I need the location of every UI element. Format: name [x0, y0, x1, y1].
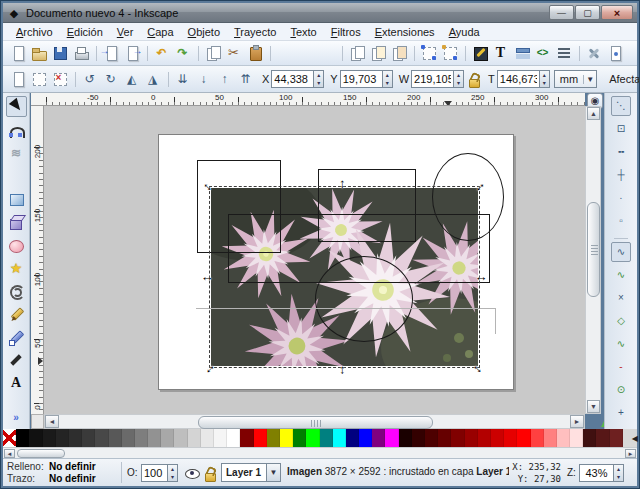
snap-cusp-nodes[interactable]: ◇	[611, 311, 631, 331]
snap-path-intersections[interactable]: ×	[611, 288, 631, 308]
swatch-f5f5f5[interactable]	[214, 429, 227, 447]
opacity-input[interactable]	[141, 464, 167, 482]
swatch-ff00ff[interactable]	[385, 429, 398, 447]
snap-rotation-center[interactable]: +	[611, 403, 631, 423]
box3d-tool[interactable]	[6, 211, 27, 232]
export[interactable]	[121, 43, 142, 64]
swatch-ff8080[interactable]	[544, 429, 557, 447]
swatch-585858[interactable]	[109, 429, 122, 447]
duplicate[interactable]	[346, 43, 367, 64]
swatch-b30000[interactable]	[478, 429, 491, 447]
width-spinner[interactable]: ▴▾	[453, 70, 464, 88]
text-tool[interactable]: A	[6, 372, 27, 393]
y-input[interactable]	[340, 70, 382, 88]
cut[interactable]: ✂	[223, 43, 244, 64]
swatch-e60000[interactable]	[504, 429, 517, 447]
swatch-008080[interactable]	[320, 429, 333, 447]
swatch-1a0000[interactable]	[399, 429, 412, 447]
swatch-990000[interactable]	[465, 429, 478, 447]
height-spinner[interactable]: ▴▾	[539, 70, 550, 88]
selector-tool[interactable]	[6, 96, 27, 117]
y-spinner[interactable]: ▴▾	[382, 70, 393, 88]
snap-line-midpoints[interactable]: -	[611, 357, 631, 377]
swatch-660000[interactable]	[438, 429, 451, 447]
selection-handle-ne[interactable]	[472, 179, 486, 193]
swatch-484848[interactable]	[95, 429, 108, 447]
new-document[interactable]	[7, 43, 28, 64]
swatch-cc0000[interactable]	[491, 429, 504, 447]
spiral-tool[interactable]	[6, 280, 27, 301]
vertical-ruler[interactable]: 200150100500	[31, 106, 44, 414]
snap-bbox-corners[interactable]: ∙	[611, 188, 631, 208]
opacity-spinner[interactable]: ▴▾	[167, 464, 178, 482]
menu-capa[interactable]: Capa	[140, 24, 180, 40]
selection-handle-se[interactable]	[472, 361, 486, 375]
palette-scroll-right-button[interactable]: ►	[625, 449, 636, 458]
maximize-button[interactable]: ▢	[575, 5, 600, 20]
palette-scroll-left-button[interactable]: ◄	[4, 449, 15, 458]
swatch-e8e8e8[interactable]	[201, 429, 214, 447]
swatch-0000ff[interactable]	[359, 429, 372, 447]
deselect[interactable]	[49, 69, 70, 90]
menu-filtros[interactable]: Filtros	[324, 24, 368, 40]
horizontal-scrollbar[interactable]: ◄ ►	[44, 414, 585, 429]
swatch-00ffff[interactable]	[333, 429, 346, 447]
import[interactable]	[100, 43, 121, 64]
swatch-ffffff[interactable]	[227, 429, 240, 447]
vertical-scroll-thumb[interactable]	[587, 202, 600, 297]
swatch-242424[interactable]	[56, 429, 69, 447]
layers[interactable]	[511, 43, 532, 64]
swatch-111111[interactable]	[29, 429, 42, 447]
text-dialog[interactable]: T	[490, 43, 511, 64]
star-tool[interactable]: ★	[6, 257, 27, 278]
layer-dropdown-arrow[interactable]: ▼	[267, 463, 281, 482]
menu-trayecto[interactable]: Trayecto	[227, 24, 283, 40]
swatch-800080[interactable]	[372, 429, 385, 447]
fill-stroke[interactable]	[469, 43, 490, 64]
rotate-ccw[interactable]: ↺	[79, 69, 100, 90]
snap-bbox-edges[interactable]: ╍	[611, 142, 631, 162]
snap-bounding-box[interactable]: ⊡	[611, 119, 631, 139]
menu-ver[interactable]: Ver	[110, 24, 141, 40]
scroll-down-button[interactable]: ▼	[587, 400, 600, 413]
unit-select[interactable]: mm▼	[554, 70, 597, 88]
rectangle-tool[interactable]	[6, 188, 27, 209]
pencil-tool[interactable]	[6, 303, 27, 324]
save-document[interactable]	[49, 43, 70, 64]
print-document[interactable]	[70, 43, 91, 64]
swatch-ff4040[interactable]	[531, 429, 544, 447]
raise-to-top[interactable]: ⇈	[235, 69, 256, 90]
select-all-layers[interactable]	[28, 69, 49, 90]
swatch-808000[interactable]	[267, 429, 280, 447]
swatch-d4d4d4[interactable]	[188, 429, 201, 447]
palette-scrollbar[interactable]: ◄ ►	[3, 447, 637, 458]
unlink-clone[interactable]	[388, 43, 409, 64]
current-layer-select[interactable]: Layer 1	[221, 463, 267, 482]
enable-snapping[interactable]: ⋱	[611, 96, 631, 116]
zoom-tool[interactable]	[6, 165, 27, 186]
swatch-ff0000[interactable]	[517, 429, 530, 447]
clone[interactable]	[367, 43, 388, 64]
swatch-00ff00[interactable]	[306, 429, 319, 447]
open-document[interactable]	[28, 43, 49, 64]
x-input[interactable]	[271, 70, 313, 88]
swatch-1a1a1a[interactable]	[43, 429, 56, 447]
close-button[interactable]: ×	[601, 5, 633, 20]
swatch-6e2020[interactable]	[610, 429, 623, 447]
vertical-scrollbar[interactable]: ▲ ▼	[585, 106, 601, 414]
calligraphy-tool[interactable]	[6, 349, 27, 370]
drawn-gray-line-vertical[interactable]	[495, 308, 496, 334]
snap-bbox-edge-midpoints[interactable]: ┼	[611, 165, 631, 185]
xml-editor[interactable]: <>	[532, 43, 553, 64]
swatch-000000[interactable]	[16, 429, 29, 447]
toolbox-overflow-chevron[interactable]: »	[13, 412, 19, 423]
swatch-6a6a6a[interactable]	[122, 429, 135, 447]
swatch-a8a8a8[interactable]	[161, 429, 174, 447]
horizontal-ruler[interactable]: -50050100150200250300350	[31, 93, 585, 106]
palette-scroll-right-icon[interactable]: ◀	[632, 434, 638, 443]
rotate-cw[interactable]: ↻	[100, 69, 121, 90]
swatch-4d0000[interactable]	[425, 429, 438, 447]
zoom-input[interactable]	[579, 464, 613, 482]
snap-to-paths[interactable]: ∿	[611, 265, 631, 285]
zoom-selection[interactable]	[274, 43, 295, 64]
